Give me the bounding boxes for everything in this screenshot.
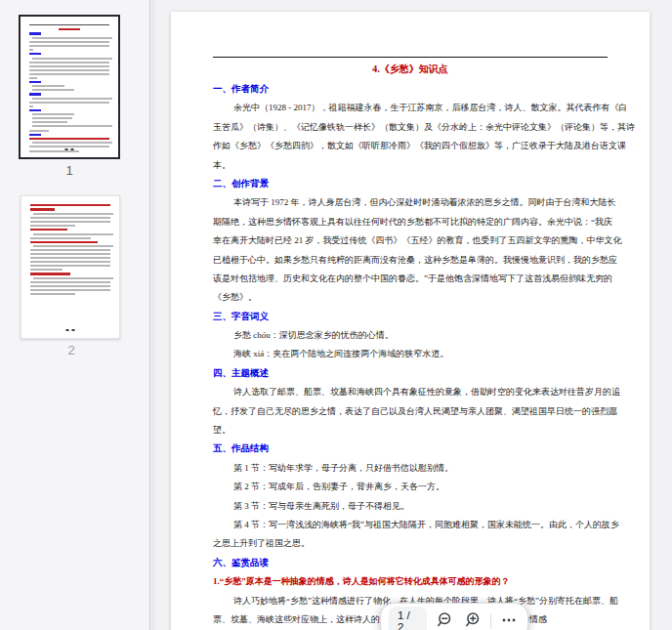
more-options-icon <box>500 611 518 630</box>
doc-line: 第 2 节：写成年后，告别妻子，背井离乡，天各一方。 <box>213 478 608 496</box>
doc-line: 本诗写于 1972 年，诗人身居台湾，但内心深处时时涌动着浓浓的思乡之情。同时由… <box>213 193 608 212</box>
doc-line: 《乡愁》。 <box>213 288 608 307</box>
doc-line: 第 3 节：写与母亲生离死别，母子不得相见。 <box>213 497 608 516</box>
pdf-floating-toolbar: 1 / 2 <box>380 603 528 630</box>
doc-line: 第 1 节：写幼年求学，母子分离，只好借书信以慰别情。 <box>213 459 608 478</box>
doc-line: 本。 <box>213 156 608 175</box>
question-heading: 1.“乡愁”原本是一种抽象的情感，诗人是如何将它转化成具体可感的形象的？ <box>213 572 608 591</box>
pdf-viewer-area: 4.《乡愁》知识点 一、作者简介余光中（1928 - 2017），祖籍福建永春，… <box>151 0 672 630</box>
doc-line: 乡愁 chóu：深切思念家乡的忧伤的心情。 <box>213 326 608 345</box>
doc-line: 之思上升到了祖国之思。 <box>213 534 608 553</box>
doc-line: 玉苦瓜》（诗集）、《记忆像铁轨一样长》（散文集）及《分水岭上：余光中评论文集》（… <box>213 118 608 137</box>
doc-line: 海峡 xiá：夹在两个陆地之间连接两个海域的狭窄水道。 <box>213 345 608 363</box>
toolbar-divider <box>490 614 491 629</box>
zoom-in-button[interactable] <box>462 609 483 630</box>
document-page: 4.《乡愁》知识点 一、作者简介余光中（1928 - 2017），祖籍福建永春，… <box>171 12 650 630</box>
doc-line: 作如《乡愁》《乡愁四韵》，散文如《听听那冷雨》《我的四个假想敌》等，广泛收录于大… <box>213 137 608 155</box>
more-options-button[interactable] <box>498 609 520 630</box>
doc-line: 第 4 节：写一湾浅浅的海峡将“我”与祖国大陆隔开，同胞难相聚，国家未能统一。由… <box>213 516 608 534</box>
thumbnail-footer-mark <box>66 329 75 332</box>
section-heading: 一、作者简介 <box>213 80 608 99</box>
page-1-thumbnail[interactable] <box>19 15 120 159</box>
thumbnail-sidebar: 1 2 <box>0 0 150 630</box>
doc-line: 期隔绝，这种思乡情怀客观上具有以往任何时代的乡愁都不可比拟的特定的广阔内容。余光… <box>213 213 608 231</box>
section-heading: 六、鉴赏品读 <box>213 554 608 572</box>
section-heading: 四、主题概述 <box>213 364 608 383</box>
doc-line: 幸在离开大陆时已经 21 岁，我受过传统《四书》《五经》的教育，也受到了五四新文… <box>213 231 608 250</box>
doc-line: 余光中（1928 - 2017），祖籍福建永春，生于江苏南京，后移居台湾，诗人、… <box>213 99 608 117</box>
doc-line: 忆，抒发了自己无尽的思乡之情，表达了自己以及台湾人民渴望与亲人团聚、渴望祖国早日… <box>213 402 608 421</box>
document-title: 4.《乡愁》知识点 <box>171 63 650 76</box>
doc-line: 诗人选取了邮票、船票、坟墓和海峡四个具有象征性的意象，借助时空的变化来表达对往昔… <box>213 383 608 401</box>
thumbnail-page-number: 1 <box>19 163 120 178</box>
page-header-rule <box>213 57 608 58</box>
thumbnail-footer-mark <box>65 148 74 151</box>
section-heading: 二、创作背景 <box>213 175 608 193</box>
zoom-out-button[interactable] <box>434 609 455 630</box>
page-2-thumbnail[interactable] <box>21 195 120 339</box>
section-heading: 三、字音词义 <box>213 308 608 326</box>
page-2-thumbnail-preview <box>30 204 110 297</box>
page-indicator[interactable]: 1 / 2 <box>389 607 427 630</box>
doc-line: 该是对包括地理、历史和文化在内的整个中国的眷恋。”于是他饱含深情地写下了这首浅易… <box>213 270 608 288</box>
doc-line: 望。 <box>213 421 608 440</box>
zoom-in-icon <box>463 610 483 630</box>
page-1-thumbnail-preview <box>29 24 109 154</box>
thumbnail-page-number: 2 <box>21 343 122 357</box>
doc-line: 已植根于心中。如果乡愁只有纯粹的距离而没有沧桑，这种乡愁是单薄的。我慢慢地意识到… <box>213 251 608 270</box>
document-body: 一、作者简介余光中（1928 - 2017），祖籍福建永春，生于江苏南京，后移居… <box>213 80 608 629</box>
zoom-out-icon <box>435 610 454 630</box>
section-heading: 五、作品结构 <box>213 440 608 458</box>
